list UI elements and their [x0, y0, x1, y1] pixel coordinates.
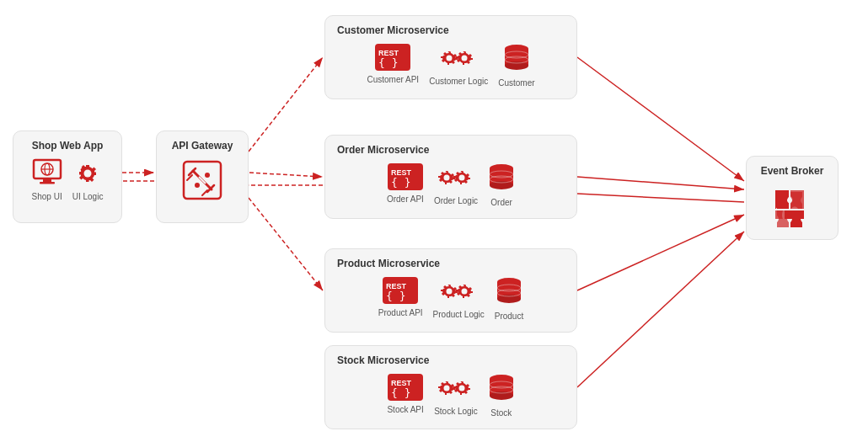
order-logic-label: Order Logic: [434, 196, 478, 205]
svg-line-5: [249, 173, 323, 177]
shop-ui-label: Shop UI: [32, 192, 62, 201]
gear2-icon: [441, 43, 476, 73]
event-broker-title: Event Broker: [758, 165, 826, 177]
svg-point-20: [84, 170, 92, 178]
gear-icon: [72, 158, 103, 189]
customer-ms-icons: REST { } Customer API Cust: [337, 43, 565, 88]
svg-line-4: [249, 57, 323, 152]
stock-ms-card: Stock Microservice REST { } Stock API: [324, 345, 577, 429]
product-logic-item: Product Logic: [433, 276, 485, 319]
svg-point-27: [195, 183, 200, 188]
order-api-label: Order API: [387, 194, 424, 204]
stock-api-item: REST { } Stock API: [387, 373, 424, 414]
shop-web-app-title: Shop Web App: [25, 140, 110, 152]
product-api-item: REST { } Product API: [378, 276, 423, 317]
order-logic-item: Order Logic: [434, 162, 478, 205]
event-broker-card: Event Broker: [746, 156, 839, 240]
product-db-item: Product: [495, 276, 523, 321]
svg-point-43: [444, 175, 450, 181]
db-icon-product: [496, 276, 522, 308]
order-ms-icons: REST { } Order API Order Logic: [337, 162, 565, 207]
svg-line-11: [577, 215, 744, 290]
product-ms-icons: REST { } Product API Product Logic: [337, 276, 565, 321]
stock-db-item: Stock: [488, 373, 515, 418]
product-ms-card: Product Microservice REST { } Product AP…: [324, 248, 577, 333]
order-db-label: Order: [490, 198, 512, 207]
rest-icon-stock: REST { }: [387, 373, 424, 402]
stock-api-label: Stock API: [387, 405, 423, 414]
db-icon-order: [488, 162, 515, 194]
api-gateway-title: API Gateway: [169, 140, 236, 152]
puzzle-icon-item: [770, 185, 814, 229]
svg-line-25: [187, 175, 192, 180]
rest-icon: REST { }: [374, 43, 411, 72]
customer-api-item: REST { } Customer API: [367, 43, 419, 84]
svg-point-54: [462, 289, 468, 295]
product-api-label: Product API: [378, 308, 423, 317]
puzzle-icon: [770, 185, 814, 229]
customer-logic-item: Customer Logic: [429, 43, 488, 86]
product-db-label: Product: [495, 312, 523, 321]
svg-line-7: [249, 198, 323, 290]
stock-ms-icons: REST { } Stock API Stock Logic: [337, 373, 565, 418]
order-db-item: Order: [488, 162, 515, 207]
customer-db-item: Customer: [498, 43, 534, 88]
svg-point-37: [505, 61, 528, 70]
order-ms-card: Order Microservice REST { } Order API: [324, 135, 577, 219]
svg-rect-15: [40, 182, 55, 184]
ui-logic-label: UI Logic: [72, 192, 104, 201]
stock-logic-label: Stock Logic: [434, 407, 478, 416]
event-broker-icons: [758, 185, 826, 229]
diagram-container: Shop Web App Shop UI: [0, 0, 868, 442]
svg-point-28: [205, 173, 210, 178]
customer-ms-title: Customer Microservice: [337, 24, 565, 36]
svg-line-12: [577, 232, 744, 387]
gateway-icon-item: [180, 158, 224, 202]
svg-text:{ }: { }: [391, 176, 410, 189]
svg-point-34: [462, 56, 468, 61]
svg-text:{ }: { }: [378, 56, 398, 69]
stock-logic-item: Stock Logic: [434, 373, 478, 416]
order-ms-title: Order Microservice: [337, 144, 565, 156]
svg-point-67: [490, 391, 513, 400]
customer-ms-card: Customer Microservice REST { } Customer …: [324, 15, 577, 99]
customer-logic-label: Customer Logic: [429, 77, 488, 86]
rest-icon-order: REST { }: [387, 162, 424, 191]
svg-point-53: [447, 289, 453, 295]
monitor-icon: [32, 158, 62, 189]
rest-icon-product: REST { }: [382, 276, 419, 305]
api-gateway-card: API Gateway: [156, 130, 249, 223]
stock-ms-title: Stock Microservice: [337, 354, 565, 366]
gear2-icon-product: [441, 276, 476, 306]
svg-point-33: [447, 56, 453, 61]
product-ms-title: Product Microservice: [337, 258, 565, 269]
svg-line-10: [577, 194, 744, 202]
svg-point-57: [497, 295, 521, 303]
shop-ui-icon-item: Shop UI: [32, 158, 62, 201]
svg-line-26: [202, 190, 207, 195]
customer-db-label: Customer: [498, 78, 534, 88]
product-logic-label: Product Logic: [433, 310, 485, 319]
svg-rect-14: [43, 178, 51, 182]
gateway-icon: [180, 158, 224, 202]
svg-text:{ }: { }: [391, 386, 410, 399]
customer-api-label: Customer API: [367, 75, 419, 84]
svg-line-9: [577, 177, 744, 189]
svg-point-44: [459, 175, 465, 181]
svg-point-47: [490, 181, 513, 189]
svg-point-63: [443, 386, 449, 391]
svg-point-64: [458, 386, 464, 391]
stock-db-label: Stock: [490, 408, 512, 418]
ui-logic-icon-item: UI Logic: [72, 158, 104, 201]
shop-web-app-card: Shop Web App Shop UI: [13, 130, 122, 223]
db-icon: [503, 43, 530, 75]
db-icon-stock: [488, 373, 515, 405]
gear2-icon-stock: [438, 373, 474, 403]
shop-web-app-icons: Shop UI: [25, 158, 110, 201]
svg-line-8: [577, 57, 744, 181]
svg-text:{ }: { }: [386, 290, 405, 302]
api-gateway-icons: [169, 158, 236, 202]
gear2-icon-order: [438, 162, 474, 193]
order-api-item: REST { } Order API: [387, 162, 424, 204]
